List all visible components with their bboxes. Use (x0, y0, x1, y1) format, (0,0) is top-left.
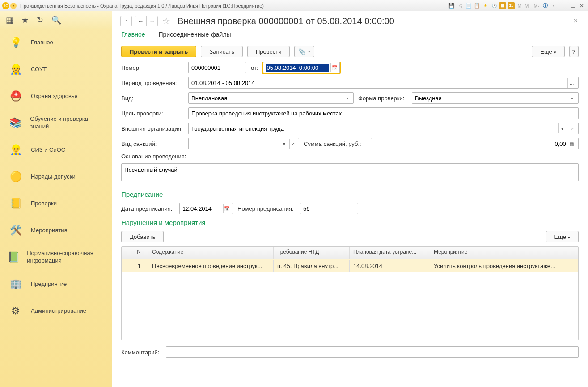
print-icon[interactable]: 🖨 (457, 2, 464, 9)
sidebar-item-health[interactable]: ⛑️Охрана здоровья (0, 83, 112, 110)
app-icon[interactable]: 1C (2, 2, 9, 9)
col-action[interactable]: Мероприятие (430, 247, 578, 259)
history-icon[interactable]: 🕑 (491, 2, 498, 9)
post-and-close-button[interactable]: Провести и закрыть (121, 46, 196, 57)
forward-button[interactable]: → (146, 16, 158, 26)
minimize-button[interactable]: — (560, 2, 568, 9)
add-button[interactable]: Добавить (121, 231, 164, 242)
comment-field[interactable] (166, 346, 579, 358)
sidebar-item-permits[interactable]: 🟡Наряды-допуски (0, 163, 112, 190)
books-icon: 📚 (8, 115, 23, 131)
chevron-down-icon[interactable]: ▾ (281, 139, 288, 149)
close-button[interactable]: ✕ (578, 2, 586, 9)
goal-field[interactable] (188, 107, 579, 119)
check-form-label: Форма проверки: (358, 95, 407, 102)
calendar-icon[interactable]: 31 (508, 2, 515, 9)
check-form-select[interactable]: ▾ (412, 92, 579, 104)
table-more-button[interactable]: Еще▾ (546, 231, 579, 242)
sidebar-item-reference[interactable]: 📗Нормативно-справочная информация (0, 244, 112, 271)
col-n[interactable]: N (122, 247, 148, 259)
coin-icon: 🟡 (8, 169, 24, 185)
more-button[interactable]: Еще▾ (532, 46, 564, 57)
sanction-type-label: Вид санкций: (121, 140, 184, 147)
m-plus-icon[interactable]: M+ (525, 2, 532, 9)
copy-icon[interactable]: 📋 (474, 2, 481, 9)
workers-icon: 👷 (8, 61, 24, 77)
window: 1C ▾ Производственная Безопасность - Охр… (0, 0, 588, 387)
tab-main[interactable]: Главное (121, 29, 145, 40)
tab-attachments[interactable]: Присоединенные файлы (159, 29, 231, 40)
sidebar-item-enterprise[interactable]: 🏢Предприятие (0, 271, 112, 298)
col-date[interactable]: Плановая дата устране... (350, 247, 430, 259)
maximize-button[interactable]: ☐ (569, 2, 577, 9)
home-button[interactable]: ⌂ (120, 16, 132, 26)
sanction-sum-field[interactable]: ▦ (371, 138, 579, 149)
m-icon[interactable]: M (516, 2, 523, 9)
sidebar-item-admin[interactable]: ⚙Администрирование (0, 298, 112, 324)
period-field[interactable]: … (188, 77, 579, 89)
org-field[interactable]: ▾↗ (188, 123, 579, 134)
table-header: N Содержание Требование НТД Плановая дат… (122, 247, 578, 259)
sanction-type-select[interactable]: ▾↗ (188, 138, 299, 149)
calendar-icon[interactable]: 📅 (223, 204, 230, 213)
col-req[interactable]: Требование НТД (274, 247, 350, 259)
star-icon[interactable]: ★ (21, 15, 29, 25)
app-dropdown-icon[interactable]: ▾ (10, 3, 17, 9)
sidebar-item-checks[interactable]: 📒Проверки (0, 190, 112, 217)
m-minus-icon[interactable]: M- (533, 2, 540, 9)
presc-num-field[interactable] (300, 203, 358, 214)
calendar-icon[interactable]: 📅 (330, 63, 338, 72)
org-label: Внешняя организация: (121, 125, 184, 132)
chevron-down-icon[interactable]: ▾ (558, 123, 566, 133)
open-icon[interactable]: ↗ (289, 139, 296, 149)
save-button[interactable]: Записать (201, 46, 243, 57)
sidebar-item-events[interactable]: 🛠️Мероприятия (0, 217, 112, 244)
post-button[interactable]: Провести (247, 46, 290, 57)
ellipsis-icon[interactable]: … (567, 78, 575, 88)
presc-date-label: Дата предписания: (121, 205, 175, 212)
sidebar-item-siz[interactable]: 👷‍♂️СИЗ и СиОС (0, 136, 112, 163)
gear-icon: ⚙ (8, 303, 24, 319)
presc-date-field[interactable]: 📅 (179, 203, 233, 214)
open-icon[interactable]: ↗ (568, 123, 575, 133)
comment-label: Комментарий: (121, 349, 161, 356)
violations-table: N Содержание Требование НТД Плановая дат… (121, 246, 579, 340)
basis-label: Основание проведения: (121, 153, 186, 160)
info-dropdown-icon[interactable]: ▾ (550, 2, 557, 9)
sidebar-item-main[interactable]: 💡Главное (0, 29, 112, 56)
goal-label: Цель проверки: (121, 110, 184, 117)
chevron-down-icon[interactable]: ▾ (343, 93, 351, 103)
number-field[interactable] (188, 62, 246, 73)
search-icon[interactable]: 🔍 (51, 15, 61, 25)
info-icon[interactable]: ⓘ (541, 2, 549, 9)
presc-num-label: Номер предписания: (237, 205, 296, 212)
header: ⌂ ← → ☆ Внешняя проверка 000000001 от 05… (112, 11, 588, 29)
sanction-sum-label: Сумма санкций, руб.: (304, 140, 366, 147)
back-button[interactable]: ← (135, 16, 146, 26)
help-button[interactable]: ? (569, 46, 579, 57)
chevron-down-icon[interactable]: ▾ (568, 93, 575, 103)
doc-icon[interactable]: 📄 (465, 2, 472, 9)
col-content[interactable]: Содержание (148, 247, 274, 259)
window-title: Производственная Безопасность - Охрана Т… (20, 3, 448, 9)
calc-icon[interactable]: ▦ (499, 2, 506, 9)
page-title: Внешняя проверка 000000001 от 05.08.2014… (178, 16, 394, 26)
history-nav-icon[interactable]: ↻ (37, 15, 43, 25)
toolbar: Провести и закрыть Записать Провести 📎▾ … (112, 40, 588, 62)
sidebar-item-sout[interactable]: 👷СОУТ (0, 56, 112, 83)
table-row[interactable]: 1 Несвоевременное проведение инструк... … (122, 259, 578, 272)
basis-field[interactable] (121, 163, 579, 181)
type-label: Вид: (121, 95, 184, 102)
violations-title: Нарушения и мероприятия (121, 219, 579, 226)
apps-icon[interactable]: ▦ (6, 15, 13, 25)
date-field[interactable]: 📅 (263, 62, 340, 73)
lamp-icon: 💡 (8, 34, 24, 51)
calc-icon[interactable]: ▦ (568, 139, 575, 149)
close-tab-button[interactable]: × (572, 17, 580, 25)
related-button[interactable]: 📎▾ (294, 46, 314, 57)
favorite-icon[interactable]: ★ (482, 2, 489, 9)
save-icon[interactable]: 💾 (448, 2, 455, 9)
type-select[interactable]: ▾ (188, 92, 354, 104)
sidebar-item-training[interactable]: 📚Обучение и проверка знаний (0, 110, 112, 136)
favorite-toggle-icon[interactable]: ☆ (162, 16, 170, 26)
